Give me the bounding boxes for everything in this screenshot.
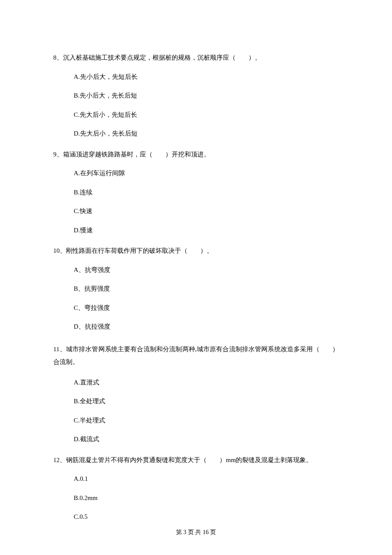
question-9-option-a: A.在列车运行间隙 bbox=[74, 168, 339, 178]
question-10-options: A、抗弯强度 B、抗剪强度 C、弯拉强度 D、抗拉强度 bbox=[53, 265, 339, 332]
question-8-option-c: C.先大后小，先短后长 bbox=[74, 110, 339, 120]
question-11-option-c: C.半处理式 bbox=[74, 416, 339, 425]
question-9-option-d: D.慢速 bbox=[74, 225, 339, 235]
question-12-stem: 12、钢筋混凝土管片不得有内外贯通裂缝和宽度大于（ ）mm的裂缝及混凝土剥落现象… bbox=[53, 455, 339, 465]
question-8-stem: 8、沉入桩基础施工技术要点规定，根据桩的规格，沉桩顺序应（ ）。 bbox=[53, 53, 339, 63]
question-9-option-c: C.快速 bbox=[74, 206, 339, 216]
question-9-option-b: B.连续 bbox=[74, 188, 339, 197]
question-8-option-d: D.先大后小，先长后短 bbox=[74, 129, 339, 139]
question-9-stem: 9、箱涵顶进穿越铁路路基时，应（ ）开挖和顶进。 bbox=[53, 150, 339, 159]
question-11-option-a: A.直泄式 bbox=[74, 378, 339, 387]
question-11-option-d: D.截流式 bbox=[74, 434, 339, 444]
question-12-option-b: B.0.2mm bbox=[74, 493, 339, 503]
question-9-options: A.在列车运行间隙 B.连续 C.快速 D.慢速 bbox=[53, 168, 339, 235]
question-11-stem: 11、城市排水管网系统主要有合流制和分流制两种,城市原有合流制排水管网系统改造多… bbox=[53, 343, 339, 368]
question-12-options: A.0.1 B.0.2mm C.0.5 bbox=[53, 474, 339, 522]
question-10-option-b: B、抗剪强度 bbox=[74, 284, 339, 294]
question-8-option-a: A.先小后大，先短后长 bbox=[74, 72, 339, 82]
page-content: 8、沉入桩基础施工技术要点规定，根据桩的规格，沉桩顺序应（ ）。 A.先小后大，… bbox=[0, 0, 392, 522]
question-8-options: A.先小后大，先短后长 B.先小后大，先长后短 C.先大后小，先短后长 D.先大… bbox=[53, 72, 339, 139]
question-8-option-b: B.先小后大，先长后短 bbox=[74, 91, 339, 101]
question-11-options: A.直泄式 B.全处理式 C.半处理式 D.截流式 bbox=[53, 378, 339, 444]
question-10-option-d: D、抗拉强度 bbox=[74, 322, 339, 332]
question-10-option-c: C、弯拉强度 bbox=[74, 303, 339, 313]
question-12-option-c: C.0.5 bbox=[74, 512, 339, 522]
question-11-option-b: B.全处理式 bbox=[74, 396, 339, 406]
page-footer: 第 3 页 共 16 页 bbox=[0, 529, 392, 536]
question-12-option-a: A.0.1 bbox=[74, 474, 339, 484]
question-10-stem: 10、刚性路面在行车荷载作用下的破坏取决于（ ）。 bbox=[53, 246, 339, 256]
question-10-option-a: A、抗弯强度 bbox=[74, 265, 339, 275]
